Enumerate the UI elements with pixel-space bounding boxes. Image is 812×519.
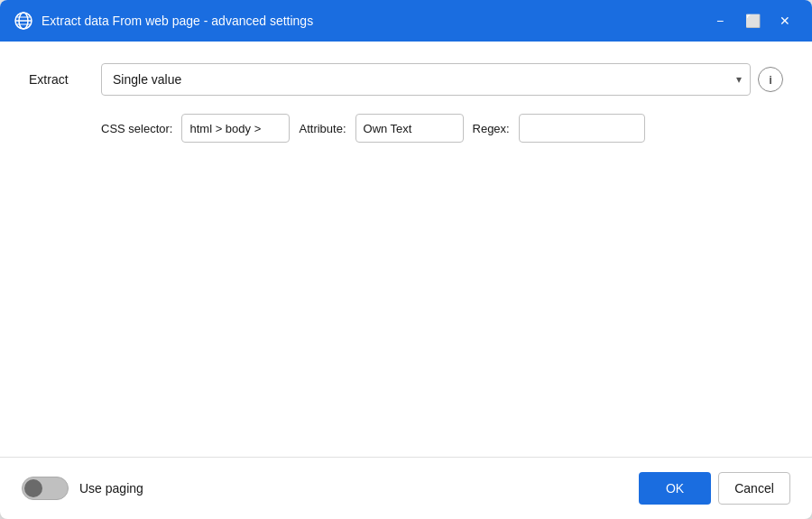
dialog-window: Extract data From web page - advanced se…	[0, 0, 812, 519]
info-button[interactable]: i	[758, 67, 783, 92]
dialog-content: Extract Single value List of values Tabl…	[0, 42, 812, 457]
extract-label: Extract	[29, 72, 101, 87]
attribute-input[interactable]	[355, 114, 464, 143]
css-attribute-row: CSS selector: Attribute: Regex:	[101, 114, 783, 143]
css-selector-label: CSS selector:	[101, 122, 172, 135]
regex-label: Regex:	[473, 122, 510, 135]
ok-button[interactable]: OK	[639, 472, 711, 505]
css-selector-input[interactable]	[181, 114, 290, 143]
content-spacer	[29, 161, 783, 435]
title-bar: Extract data From web page - advanced se…	[0, 0, 812, 42]
attribute-label: Attribute:	[299, 122, 346, 135]
globe-icon	[14, 12, 32, 30]
extract-controls: Single value List of values Table ▾ i	[101, 63, 783, 96]
use-paging-toggle[interactable]	[22, 477, 69, 500]
close-button[interactable]: ✕	[772, 8, 798, 33]
minimize-button[interactable]: −	[707, 8, 733, 33]
maximize-button[interactable]: ⬜	[740, 8, 765, 33]
extract-select-wrapper: Single value List of values Table ▾	[101, 63, 751, 96]
toggle-thumb	[24, 479, 42, 497]
info-icon: i	[769, 73, 772, 87]
toggle-track	[22, 477, 69, 500]
regex-input[interactable]	[519, 114, 645, 143]
dialog-title: Extract data From web page - advanced se…	[42, 14, 707, 28]
footer-buttons: OK Cancel	[639, 472, 790, 505]
dialog-footer: Use paging OK Cancel	[0, 457, 812, 519]
extract-select[interactable]: Single value List of values Table	[101, 63, 751, 96]
extract-row: Extract Single value List of values Tabl…	[29, 63, 783, 96]
use-paging-label: Use paging	[79, 481, 143, 496]
paging-section: Use paging	[22, 477, 143, 500]
cancel-button[interactable]: Cancel	[718, 472, 790, 505]
window-controls: − ⬜ ✕	[707, 8, 798, 33]
